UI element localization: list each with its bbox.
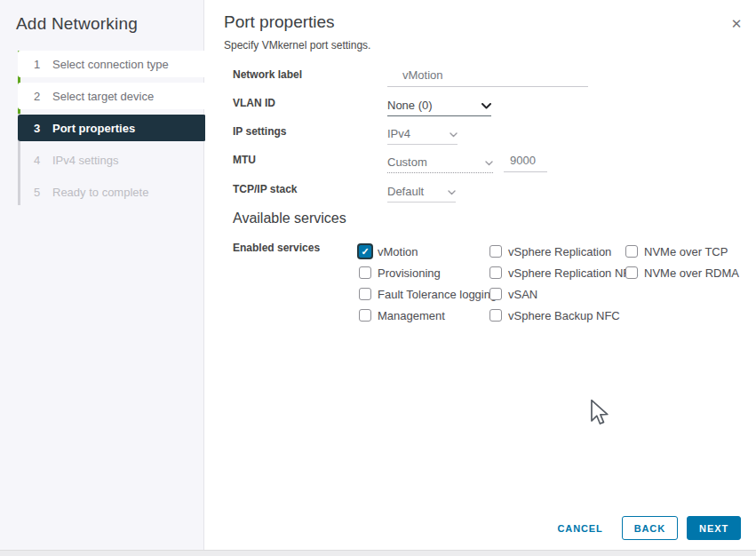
checkbox-label: vSphere Replication NFC xyxy=(508,266,639,280)
ip-settings-row: IP settings IPv4 xyxy=(233,125,730,147)
ip-settings-value: IPv4 xyxy=(387,127,410,140)
step-label: Port properties xyxy=(52,122,135,135)
step-number: 3 xyxy=(34,122,44,135)
tcpip-stack-row: TCP/IP stack Default xyxy=(233,183,730,204)
checkbox-fault-tolerance-logging[interactable]: Fault Tolerance logging xyxy=(359,287,497,301)
wizard-content: Port properties Specify VMkernel port se… xyxy=(205,0,756,550)
tcpip-stack-select[interactable]: Default xyxy=(387,185,456,203)
checkbox-unchecked-icon xyxy=(625,245,638,258)
vlan-id-row: VLAN ID None (0) xyxy=(233,97,730,118)
checkbox-unchecked-icon xyxy=(625,266,638,279)
vlan-id-label: VLAN ID xyxy=(233,97,275,109)
wizard-footer: CANCEL BACK NEXT xyxy=(553,516,741,540)
step-number: 1 xyxy=(34,58,44,71)
dialog-bottom-edge xyxy=(0,550,756,556)
checkbox-label: Management xyxy=(378,309,445,322)
back-button[interactable]: BACK xyxy=(622,516,678,540)
cancel-button[interactable]: CANCEL xyxy=(553,516,606,540)
vlan-id-select[interactable]: None (0) xyxy=(387,99,491,116)
mouse-cursor-icon xyxy=(589,399,609,430)
checkbox-label: vSphere Backup NFC xyxy=(508,309,620,322)
vlan-id-value: None (0) xyxy=(387,99,433,112)
network-label-input[interactable] xyxy=(387,68,588,87)
mtu-custom-input[interactable] xyxy=(504,154,547,172)
checkbox-label: vSphere Replication xyxy=(508,245,611,258)
checkbox-vmotion[interactable]: ✓ vMotion xyxy=(359,244,418,258)
checkbox-label: NVMe over TCP xyxy=(644,245,728,258)
mtu-label: MTU xyxy=(233,154,256,166)
step-label: Ready to complete xyxy=(52,186,148,199)
next-button[interactable]: NEXT xyxy=(687,516,741,540)
wizard-step-ready-to-complete: 5 Ready to complete xyxy=(18,179,206,205)
dialog-title: Add Networking xyxy=(16,14,138,34)
step-label: Select connection type xyxy=(52,58,169,71)
available-services-heading: Available services xyxy=(233,210,346,226)
checkbox-checked-icon: ✓ xyxy=(359,245,371,258)
add-networking-dialog: Add Networking 1 Select connection type … xyxy=(0,0,756,556)
checkbox-nvme-over-tcp[interactable]: NVMe over TCP xyxy=(625,244,728,258)
checkbox-label: Fault Tolerance logging xyxy=(378,288,497,301)
checkbox-unchecked-icon xyxy=(489,266,502,279)
step-number: 4 xyxy=(34,154,44,167)
checkbox-unchecked-icon xyxy=(489,288,502,300)
wizard-sidebar: Add Networking 1 Select connection type … xyxy=(0,0,204,550)
wizard-step-select-connection-type[interactable]: 1 Select connection type xyxy=(18,51,206,77)
wizard-step-port-properties[interactable]: 3 Port properties xyxy=(18,115,206,141)
checkbox-label: NVMe over RDMA xyxy=(644,266,739,280)
chevron-down-icon xyxy=(485,155,493,169)
tcpip-stack-label: TCP/IP stack xyxy=(233,183,297,195)
mtu-value: Custom xyxy=(387,155,427,169)
network-label-row: Network label xyxy=(233,68,730,90)
step-number: 5 xyxy=(34,186,44,199)
ip-settings-select[interactable]: IPv4 xyxy=(387,127,458,145)
checkbox-nvme-over-rdma[interactable]: NVMe over RDMA xyxy=(625,266,739,280)
checkbox-unchecked-icon xyxy=(359,288,371,300)
wizard-step-select-target-device[interactable]: 2 Select target device xyxy=(18,83,206,109)
chevron-down-icon xyxy=(448,185,456,198)
checkbox-unchecked-icon xyxy=(359,266,371,279)
step-number: 2 xyxy=(34,90,44,103)
checkbox-vsphere-replication[interactable]: vSphere Replication xyxy=(489,244,611,258)
page-title: Port properties xyxy=(224,12,335,32)
checkbox-label: vSAN xyxy=(508,288,537,301)
checkbox-management[interactable]: Management xyxy=(359,308,445,322)
checkbox-label: Provisioning xyxy=(378,266,441,280)
checkbox-label: vMotion xyxy=(378,245,418,258)
checkbox-unchecked-icon xyxy=(489,245,502,258)
network-label-label: Network label xyxy=(233,68,302,81)
checkbox-provisioning[interactable]: Provisioning xyxy=(359,266,441,280)
enabled-services-label: Enabled services xyxy=(233,242,320,254)
checkbox-unchecked-icon xyxy=(489,309,502,322)
wizard-step-ipv4-settings: 4 IPv4 settings xyxy=(18,147,206,173)
chevron-down-icon xyxy=(481,99,491,112)
page-subtitle: Specify VMkernel port settings. xyxy=(224,39,370,52)
mtu-select[interactable]: Custom xyxy=(387,155,493,173)
checkbox-unchecked-icon xyxy=(359,309,371,322)
tcpip-stack-value: Default xyxy=(387,185,424,198)
step-label: IPv4 settings xyxy=(52,154,118,167)
checkbox-vsan[interactable]: vSAN xyxy=(489,287,537,301)
checkbox-vsphere-replication-nfc[interactable]: vSphere Replication NFC xyxy=(489,266,639,280)
chevron-down-icon xyxy=(450,127,458,140)
checkbox-vsphere-backup-nfc[interactable]: vSphere Backup NFC xyxy=(489,308,620,322)
ip-settings-label: IP settings xyxy=(233,125,286,138)
mtu-row: MTU Custom xyxy=(233,154,730,175)
wizard-steps: 1 Select connection type 2 Select target… xyxy=(18,51,206,210)
step-label: Select target device xyxy=(52,90,154,103)
close-icon[interactable]: ✕ xyxy=(728,15,745,33)
